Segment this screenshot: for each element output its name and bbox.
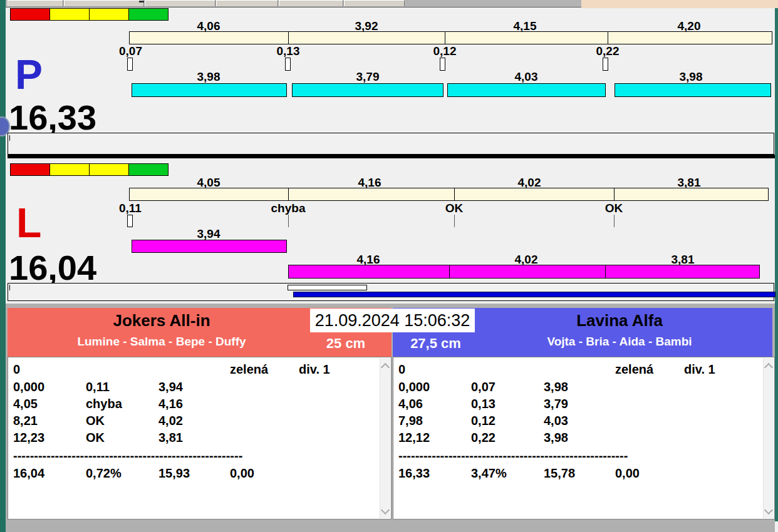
lane-p-label: P (15, 56, 43, 93)
l-split-marker-line (288, 215, 289, 227)
p-progress-track (8, 133, 774, 155)
traffic-light-green (129, 164, 168, 175)
p-split-marker (285, 58, 291, 71)
l-split-status: OK (435, 202, 473, 215)
l-split-time: 0,11 (119, 202, 142, 215)
result-cell: chyba (86, 397, 122, 411)
result-total: 0,00 (615, 466, 640, 481)
result-cell: 4,16 (158, 397, 183, 411)
window-border-left (0, 0, 6, 532)
toolbar-button-fragment[interactable] (344, 0, 405, 6)
l-split-marker-line (614, 215, 615, 227)
result-cell: 0,11 (86, 380, 110, 394)
result-cell: 8,21 (13, 414, 38, 428)
traffic-light-green (129, 9, 168, 20)
scrollbar[interactable] (380, 358, 390, 518)
team-left-name: Jokers All-in (8, 311, 316, 330)
result-cell: 0,13 (471, 397, 495, 411)
l-split-status: chyba (260, 202, 316, 215)
p-split-time: 0,07 (119, 44, 142, 58)
result-cell: 3,98 (544, 431, 568, 445)
result-cell: 0,000 (13, 380, 44, 394)
timing-app-window: 4,06 3,92 4,15 4,20 0,07 0,13 0,12 0,22 … (0, 0, 778, 532)
traffic-light-red (11, 164, 50, 175)
p-split-marker (603, 58, 608, 71)
top-toolbar (6, 0, 581, 8)
toolbar-button-fragment[interactable] (216, 0, 278, 6)
l-speed-bar-first (132, 240, 287, 253)
team-left-results: 0 zelená div. 1 0,000 0,11 3,94 4,05 chy… (8, 357, 392, 519)
window-border-right (775, 8, 778, 521)
desktop-background (581, 0, 778, 8)
p-speed-bar-segment (292, 83, 443, 97)
team-left-jump-height: 25 cm (311, 335, 380, 352)
toolbar-button-fragment[interactable] (145, 0, 215, 6)
lane-l-label: L (16, 205, 41, 241)
result-cell: OK (86, 431, 105, 445)
l-segment-bar (129, 188, 769, 201)
l-split-status: OK (595, 202, 633, 215)
result-status: zelená (615, 362, 653, 377)
team-right-members: Vojta - Bria - Aida - Bambi (470, 335, 769, 349)
l-speed-time: 3,94 (177, 227, 240, 241)
result-separator: ----------------------------------------… (398, 449, 628, 463)
p-split-marker (127, 58, 133, 71)
team-right-results: 0 zelená div. 1 0,000 0,07 3,98 4,06 0,1… (393, 357, 775, 519)
scroll-down-icon[interactable] (764, 506, 773, 514)
traffic-light-yellow (50, 164, 90, 175)
lane-l-total: 16,04 (9, 250, 96, 285)
p-speed-bar-segment (447, 83, 606, 97)
traffic-light-yellow (50, 9, 90, 20)
l-traffic-lights (10, 163, 169, 176)
result-division: div. 1 (299, 362, 330, 377)
result-total: 16,04 (13, 466, 44, 481)
result-cell: 0 (398, 362, 405, 377)
timestamp: 21.09.2024 15:06:32 (310, 309, 475, 332)
result-cell: 0,07 (471, 380, 495, 394)
result-cell: 0,22 (471, 431, 495, 445)
p-speed-bar-segment (615, 83, 771, 97)
p-split-time: 0,22 (583, 44, 633, 58)
result-cell: 0,000 (398, 380, 430, 394)
l-split-marker (127, 215, 133, 227)
section-divider (8, 155, 775, 158)
scroll-up-icon[interactable] (381, 363, 390, 372)
p-speed-time: 3,98 (660, 70, 722, 84)
result-cell: 12,23 (13, 431, 44, 445)
scroll-up-icon[interactable] (764, 363, 773, 372)
traffic-light-yellow (90, 9, 129, 20)
p-speed-bar-segment (132, 83, 287, 97)
result-cell: 3,98 (544, 380, 568, 394)
traffic-light-red (11, 9, 50, 20)
result-cell: 4,06 (398, 397, 423, 411)
p-traffic-lights (10, 8, 169, 21)
result-cell: 3,81 (158, 431, 183, 445)
result-cell: 0,12 (471, 414, 495, 428)
result-cell: 7,98 (398, 414, 423, 428)
result-cell: OK (86, 414, 105, 428)
result-cell: 4,03 (544, 414, 568, 428)
result-total: 15,78 (544, 466, 575, 481)
l-progress-box (288, 285, 367, 290)
team-right-name: Lavina Alfa (470, 311, 769, 330)
scrollbar[interactable] (763, 358, 774, 518)
toolbar-button-fragment[interactable] (8, 0, 63, 6)
result-cell: 3,94 (158, 380, 183, 394)
result-division: div. 1 (684, 362, 715, 377)
p-speed-time: 3,79 (336, 70, 399, 84)
lane-p-total: 16,33 (9, 100, 96, 135)
p-segment-bar (129, 31, 772, 44)
team-right-jump-height: 27,5 cm (397, 335, 475, 352)
result-total: 0,72% (86, 466, 122, 481)
result-total: 0,00 (230, 466, 254, 481)
result-cell: 0 (13, 362, 20, 377)
traffic-light-yellow (90, 164, 129, 175)
toolbar-button-fragment[interactable] (279, 0, 343, 6)
p-speed-time: 4,03 (495, 70, 558, 84)
result-total: 16,33 (398, 466, 430, 481)
toolbar-button-fragment[interactable] (64, 0, 144, 6)
scroll-down-icon[interactable] (381, 506, 390, 514)
l-progress-bar (293, 292, 775, 297)
l-speed-bar-segment (288, 265, 760, 279)
result-cell: 4,05 (13, 397, 38, 411)
